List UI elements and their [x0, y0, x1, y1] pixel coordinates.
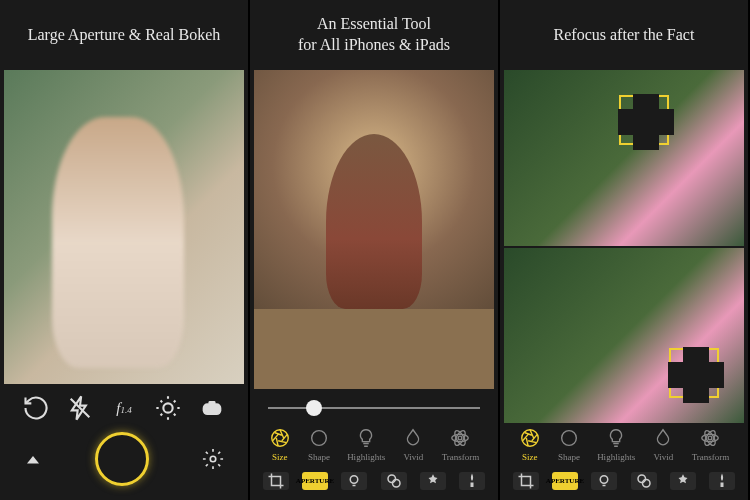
collapse-icon[interactable]	[24, 450, 42, 468]
tool-strip: APERTURE	[250, 466, 498, 500]
aperture-blades-icon	[269, 427, 291, 449]
bulb-tool[interactable]	[591, 472, 617, 490]
bulb-icon	[355, 427, 377, 449]
panel-heading: Large Aperture & Real Bokeh	[0, 0, 248, 70]
bulb-icon	[605, 427, 627, 449]
svg-rect-3	[209, 401, 216, 405]
svg-point-7	[459, 436, 463, 440]
circle-icon	[558, 427, 580, 449]
mode-transform[interactable]: Transform	[692, 427, 730, 462]
aperture-slider[interactable]	[250, 389, 498, 423]
mode-size[interactable]: Size	[519, 427, 541, 462]
svg-point-11	[351, 476, 359, 484]
panel-heading: Refocus after the Fact	[500, 0, 748, 70]
wb-icon[interactable]	[198, 394, 226, 422]
svg-point-8	[452, 434, 469, 441]
aperture-tool[interactable]: APERTURE	[302, 472, 328, 490]
shutter-row	[0, 428, 248, 500]
svg-point-12	[388, 475, 396, 483]
svg-point-15	[562, 431, 577, 446]
adjust-tool[interactable]	[420, 472, 446, 490]
circle-icon	[308, 427, 330, 449]
photo-preview[interactable]	[254, 70, 494, 389]
focus-bracket-icon[interactable]	[619, 95, 669, 145]
mode-label: Shape	[308, 452, 330, 462]
mode-label: Vivid	[653, 452, 673, 462]
mode-label: Transform	[692, 452, 730, 462]
svg-rect-2	[203, 403, 222, 415]
atom-icon	[449, 427, 471, 449]
flash-icon[interactable]	[66, 394, 94, 422]
focus-bracket-icon[interactable]	[669, 348, 719, 398]
mode-label: Shape	[558, 452, 580, 462]
exposure-icon[interactable]	[154, 394, 182, 422]
mode-label: Size	[272, 452, 288, 462]
photo-after[interactable]	[504, 248, 744, 424]
shutter-button[interactable]	[95, 432, 149, 486]
panel-aperture: Large Aperture & Real Bokeh f1.4	[0, 0, 248, 500]
brush-tool[interactable]	[709, 472, 735, 490]
svg-point-22	[642, 480, 650, 488]
mode-selector: Size Shape Highlights Vivid Transform	[250, 423, 498, 466]
svg-point-17	[702, 434, 719, 441]
brush-tool[interactable]	[459, 472, 485, 490]
mode-transform[interactable]: Transform	[442, 427, 480, 462]
svg-point-16	[709, 436, 713, 440]
aperture-value[interactable]: f1.4	[110, 394, 138, 422]
drop-icon	[652, 427, 674, 449]
mode-label: Highlights	[347, 452, 385, 462]
photo-preview-split	[504, 70, 744, 423]
mode-vivid[interactable]: Vivid	[402, 427, 424, 462]
mode-highlights[interactable]: Highlights	[597, 427, 635, 462]
crop-tool[interactable]	[263, 472, 289, 490]
aperture-blades-icon	[519, 427, 541, 449]
bulb-tool[interactable]	[341, 472, 367, 490]
photo-preview[interactable]	[4, 70, 244, 384]
panel-essential: An Essential Tool for All iPhones & iPad…	[250, 0, 498, 500]
atom-icon	[699, 427, 721, 449]
f-value: 1.4	[120, 405, 131, 415]
mode-selector: Size Shape Highlights Vivid Transform	[500, 423, 748, 466]
photo-before[interactable]	[504, 70, 744, 246]
mode-label: Vivid	[403, 452, 423, 462]
gear-icon[interactable]	[202, 448, 224, 470]
slider-track	[268, 407, 480, 409]
svg-point-13	[392, 480, 400, 488]
crop-tool[interactable]	[513, 472, 539, 490]
svg-point-6	[312, 431, 327, 446]
mode-shape[interactable]: Shape	[558, 427, 580, 462]
mode-shape[interactable]: Shape	[308, 427, 330, 462]
adjust-tool[interactable]	[670, 472, 696, 490]
rotate-icon[interactable]	[22, 394, 50, 422]
svg-point-1	[163, 403, 172, 412]
filter-tool[interactable]	[381, 472, 407, 490]
slider-thumb[interactable]	[306, 400, 322, 416]
svg-point-20	[601, 476, 609, 484]
panel-heading: An Essential Tool for All iPhones & iPad…	[250, 0, 498, 70]
panel-refocus: Refocus after the Fact Size Shape Highli…	[500, 0, 748, 500]
mode-highlights[interactable]: Highlights	[347, 427, 385, 462]
tool-strip: APERTURE	[500, 466, 748, 500]
mode-vivid[interactable]: Vivid	[652, 427, 674, 462]
mode-label: Transform	[442, 452, 480, 462]
mode-label: Highlights	[597, 452, 635, 462]
svg-point-21	[638, 475, 646, 483]
drop-icon	[402, 427, 424, 449]
mode-label: Size	[522, 452, 538, 462]
camera-controls-row: f1.4	[0, 384, 248, 428]
mode-size[interactable]: Size	[269, 427, 291, 462]
filter-tool[interactable]	[631, 472, 657, 490]
aperture-tool[interactable]: APERTURE	[552, 472, 578, 490]
svg-point-4	[210, 456, 216, 462]
